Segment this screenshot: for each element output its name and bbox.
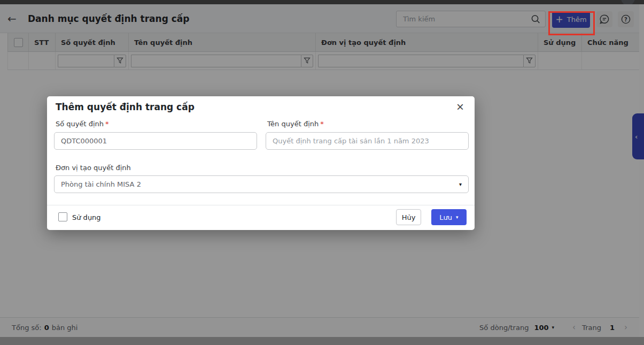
- cancel-button[interactable]: Hủy: [396, 209, 421, 225]
- modal-title: Thêm quyết định trang cấp: [56, 102, 195, 112]
- chevron-down-icon: ▾: [459, 181, 462, 187]
- label-ten-quyet-dinh: Tên quyết định*: [267, 120, 324, 128]
- label-don-vi: Đơn vị tạo quyết định: [56, 164, 131, 172]
- su-dung-label: Sử dụng: [72, 213, 101, 221]
- dropdown-value: Phòng tài chính MISA 2: [61, 180, 459, 188]
- add-decision-modal: Thêm quyết định trang cấp × Số quyết địn…: [47, 96, 475, 230]
- label-text: Tên quyết định: [267, 120, 319, 128]
- su-dung-checkbox[interactable]: [58, 212, 67, 221]
- input-ten-quyet-dinh[interactable]: [266, 132, 469, 150]
- chevron-down-icon: ▾: [456, 214, 459, 220]
- label-so-quyet-dinh: Số quyết định*: [56, 120, 109, 128]
- required-asterisk: *: [320, 120, 324, 128]
- save-button-label: Lưu: [439, 213, 452, 221]
- modal-footer-divider: [47, 205, 475, 205]
- required-asterisk: *: [105, 120, 109, 128]
- label-text: Số quyết định: [56, 120, 104, 128]
- close-icon[interactable]: ×: [454, 99, 466, 114]
- dropdown-don-vi[interactable]: Phòng tài chính MISA 2 ▾: [54, 175, 469, 193]
- input-so-quyet-dinh[interactable]: [54, 132, 257, 150]
- save-button[interactable]: Lưu ▾: [431, 209, 467, 225]
